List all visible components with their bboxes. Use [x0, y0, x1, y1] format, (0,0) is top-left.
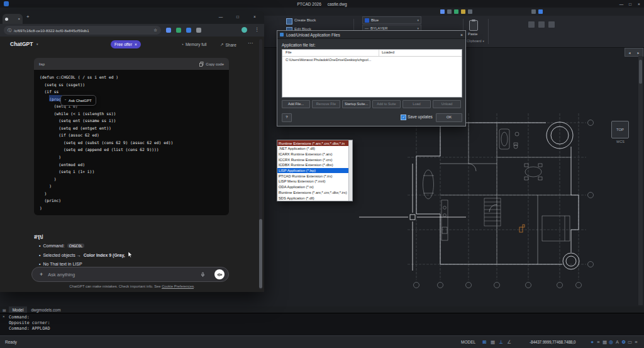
filetype-option[interactable]: .NET Application (*.dll) [277, 146, 352, 152]
unload-button[interactable]: Unload [433, 100, 461, 108]
browser-minimize-button[interactable]: — [217, 14, 225, 19]
model-space-button[interactable]: MODEL [461, 340, 475, 344]
attach-plus-icon[interactable]: + [40, 271, 43, 278]
tab-layout-dwgmodels[interactable]: dwgmodels.com [27, 306, 64, 313]
tab-model[interactable]: Model [9, 306, 28, 313]
filetype-option[interactable]: Runtime Extensions (*.arx;*.crx;*.dbx;*.… [277, 190, 352, 196]
filetype-option[interactable]: ODA Application (*.tx) [277, 184, 352, 190]
color-dropdown[interactable]: Blue ▾ [362, 16, 421, 24]
new-tab-button[interactable]: + [26, 14, 30, 20]
filetype-option[interactable]: LISP Menu Extension (*.mnl) [277, 179, 352, 184]
panel-right-icon[interactable]: ▸ [637, 50, 639, 55]
filetype-option[interactable]: PTCAD Runtime Extension (*.irx) [277, 173, 352, 179]
filetype-option[interactable]: SDS Application (*.dll) [277, 195, 352, 201]
filetype-option[interactable]: ICCRX Runtime Extension (*.crx) [277, 157, 352, 162]
more-options-icon[interactable]: ⋯ [248, 40, 253, 46]
layout-grid-icon[interactable]: ▤ [3, 308, 6, 312]
cookie-preferences-link[interactable]: Cookie Preferences [162, 284, 194, 288]
ribbon-tool-icon[interactable] [461, 9, 465, 14]
browser-maximize-button[interactable]: □ [234, 14, 242, 19]
ribbon-tool-icon[interactable] [440, 9, 445, 14]
mic-icon[interactable] [200, 272, 206, 278]
dialog-titlebar[interactable]: Load/Unload Application Files × [277, 31, 465, 39]
ribbon-tool-icon[interactable] [468, 9, 472, 14]
add-to-suite-button[interactable]: Add to Suite [372, 100, 401, 108]
snap-icon[interactable]: ▦ [489, 339, 496, 345]
ribbon-tool-icon[interactable] [454, 9, 458, 14]
load-button[interactable]: Load [402, 100, 431, 108]
filetype-selected-value[interactable]: Runtime Extensions (*.arx;*.crx;*.dbx;*.… [277, 140, 352, 146]
file-list-label: Application file list: [282, 43, 315, 47]
ribbon-tool-icon[interactable] [538, 9, 543, 14]
badge-close-icon[interactable]: × [135, 42, 137, 47]
chat-input-placeholder[interactable]: Ask anything [48, 272, 75, 278]
column-header-loaded[interactable]: Loaded [382, 50, 394, 54]
extension-icon[interactable] [166, 28, 171, 33]
highlighted-entities [519, 225, 525, 232]
dialog-close-icon[interactable]: × [460, 33, 463, 37]
ask-chatgpt-tooltip[interactable]: “ Ask ChatGPT [60, 95, 96, 106]
application-file-list[interactable]: File Loaded C:\Users\Woravut Phuladok\On… [282, 49, 462, 98]
chat-input[interactable]: + Ask anything [31, 267, 229, 282]
bookmark-star-icon[interactable]: ☆ [153, 28, 157, 33]
ortho-icon[interactable]: ⊥ [497, 339, 504, 345]
dialog-icon [280, 33, 284, 36]
free-offer-badge[interactable]: Free offer × [111, 40, 141, 48]
site-info-icon[interactable]: ⓘ [8, 28, 11, 33]
extension-icon[interactable] [176, 28, 181, 33]
browser-close-button[interactable]: × [251, 14, 258, 19]
voice-mode-button[interactable] [214, 269, 225, 279]
startup-suite-button[interactable]: Startup Suite... [342, 100, 370, 108]
ok-button[interactable]: OK [436, 113, 462, 122]
canvas-vertical-scrollbar[interactable] [638, 56, 643, 305]
app-title: PTCAD 2026 [297, 2, 321, 6]
close-button[interactable]: × [635, 2, 643, 6]
chat-scrollbar[interactable] [259, 39, 262, 289]
minimize-button[interactable]: — [618, 2, 625, 6]
canvas-scroll-thumb[interactable] [639, 60, 642, 84]
extension-icon[interactable] [196, 28, 201, 33]
memory-full-indicator[interactable]: ◔ Memory full [181, 42, 207, 47]
share-button[interactable]: ↗ Share [220, 42, 236, 47]
browser-window: × + — □ × ⓘ /c/697c16c8-ce10-8322-bcf0-8… [0, 11, 264, 292]
ribbon-tool-icon[interactable] [548, 21, 555, 28]
paste-button[interactable]: Paste [468, 32, 477, 36]
filetype-option[interactable]: ICDBX Runtime Extension (*.dbx) [277, 162, 352, 168]
profile-avatar[interactable] [242, 27, 247, 33]
panel-left-icon[interactable]: ◂ [628, 50, 630, 55]
extension-icon[interactable] [186, 28, 191, 33]
document-title: castle.dwg [328, 2, 347, 6]
polar-icon[interactable]: ∠ [506, 339, 513, 345]
status-bar: Ready MODEL ⊞ ▦ ⊥ ∠ -84437.9999,77468.74… [0, 335, 644, 348]
save-updates-checkbox[interactable]: ✓ [401, 115, 406, 120]
chatgpt-brand[interactable]: ChatGPT [10, 41, 33, 47]
viewcube[interactable]: TOP [611, 121, 629, 138]
file-list-row[interactable]: C:\Users\Woravut Phuladok\OneDrive\Deskt… [286, 58, 377, 62]
dropdown-scrollbar[interactable] [348, 140, 352, 201]
column-header-file[interactable]: File [286, 50, 292, 54]
appload-dialog: Load/Unload Application Files × Applicat… [277, 30, 466, 126]
ribbon-tool-icon[interactable] [538, 21, 545, 28]
ribbon-tool-icon[interactable] [447, 9, 452, 14]
maximize-button[interactable]: □ [626, 2, 634, 6]
browser-tab[interactable]: × [3, 14, 23, 24]
ribbon-tool-icon[interactable] [531, 9, 536, 14]
customize-icon[interactable]: ≡ [633, 339, 640, 345]
panel-collapse-bar[interactable]: ◂ ▸ [625, 48, 643, 57]
add-file-button[interactable]: Add File... [282, 100, 310, 108]
command-window[interactable]: × Command: Opposite corner: Command: APP… [0, 313, 644, 336]
filetype-option[interactable]: ICARX Runtime Extension (*.arx) [277, 152, 352, 157]
tab-close-icon[interactable]: × [18, 17, 20, 21]
copy-code-button[interactable]: Copy code [199, 62, 224, 67]
command-close-icon[interactable]: × [3, 314, 5, 318]
filetype-option-lisp[interactable]: LISP Application (*.lsp) [277, 168, 352, 174]
browser-menu-icon[interactable]: ⋮ [255, 26, 260, 32]
address-bar[interactable]: ⓘ /c/697c16c8-ce10-8322-bcf0-8e845cf59db… [4, 26, 161, 35]
chat-scroll-thumb[interactable] [259, 219, 262, 288]
remove-file-button[interactable]: Remove File [312, 100, 340, 108]
grid-icon[interactable]: ⊞ [481, 339, 488, 345]
ribbon-tool-icon[interactable] [528, 21, 535, 28]
help-button[interactable]: ? [282, 113, 292, 122]
save-updates-label: Save updates [408, 115, 433, 119]
create-block-button[interactable]: Create Block [294, 18, 316, 22]
